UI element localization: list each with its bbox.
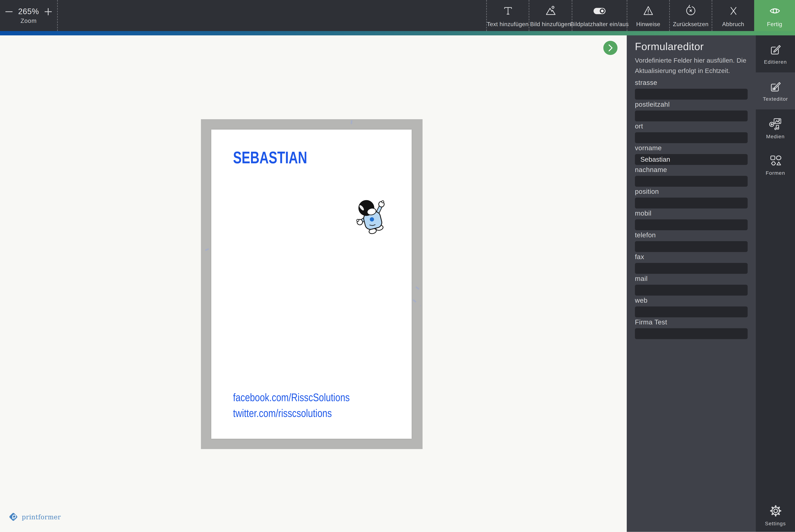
card-social-text[interactable]: facebook.com/RisscSolutions twitter.com/… xyxy=(233,390,350,421)
finish-button[interactable]: Fertig xyxy=(754,0,795,31)
panel-title: Formulareditor xyxy=(635,41,747,53)
form-field: mobil xyxy=(635,210,747,230)
close-icon xyxy=(727,4,739,17)
zoom-value: 265% xyxy=(18,7,39,16)
zoom-controls: 265% Zoom xyxy=(0,0,58,31)
field-label-strasse: strasse xyxy=(635,79,747,87)
image-placeholder-toggle-button[interactable]: Bildplatzhalter ein/aus xyxy=(572,0,627,31)
eye-icon xyxy=(768,4,781,17)
field-label-position: position xyxy=(635,188,747,196)
reset-button[interactable]: Zurücksetzen xyxy=(669,0,712,31)
form-field: web xyxy=(635,297,747,317)
form-field: strasse xyxy=(635,79,747,100)
form-field: ort xyxy=(635,122,747,143)
form-field: postleitzahl xyxy=(635,101,747,121)
edit-icon xyxy=(769,43,782,56)
field-input-postleitzahl[interactable] xyxy=(635,111,747,121)
form-field: mail xyxy=(635,275,747,296)
card-name-text[interactable]: SEBASTIAN xyxy=(233,148,307,168)
shapes-icon xyxy=(769,154,782,167)
form-field: Firma Test xyxy=(635,319,747,339)
printformer-logo-icon xyxy=(9,512,18,521)
hints-button[interactable]: Hinweise xyxy=(627,0,669,31)
print-editor-app: 265% Zoom Text hinzufügen xyxy=(0,0,795,532)
plus-icon xyxy=(44,7,52,16)
mode-sidebar: Editieren Texteditor xyxy=(756,35,795,532)
printformer-logo: printformer xyxy=(9,512,61,521)
sidebar-item-texteditor[interactable]: Texteditor xyxy=(756,72,795,109)
add-image-button[interactable]: Bild hinzufügen xyxy=(529,0,572,31)
field-label-firma-test: Firma Test xyxy=(635,319,747,327)
top-toolbar: 265% Zoom Text hinzufügen xyxy=(0,0,795,31)
form-field: telefon xyxy=(635,231,747,252)
sidebar-item-formen[interactable]: Formen xyxy=(756,147,795,184)
image-add-icon xyxy=(544,4,557,17)
field-input-mail[interactable] xyxy=(635,285,747,296)
business-card[interactable]: SEBASTIAN facebook.com/RisscSolutions tw… xyxy=(211,130,412,439)
card-bleed-area: SEBASTIAN facebook.com/RisscSolutions tw… xyxy=(201,119,422,449)
field-label-vorname: vorname xyxy=(635,144,747,152)
accent-gradient-bar xyxy=(0,31,795,35)
zoom-label: Zoom xyxy=(20,17,37,24)
minus-icon xyxy=(5,7,13,16)
sidebar-item-settings[interactable]: Settings xyxy=(756,498,795,532)
next-step-button[interactable] xyxy=(603,41,618,55)
abort-button[interactable]: Abbruch xyxy=(712,0,754,31)
field-input-ort[interactable] xyxy=(635,132,747,143)
toggle-on-icon xyxy=(592,4,607,17)
text-editor-icon xyxy=(769,80,782,93)
form-editor-panel: Formulareditor Vordefinierte Felder hier… xyxy=(627,35,756,532)
field-input-fax[interactable] xyxy=(635,263,747,274)
field-label-web: web xyxy=(635,297,747,305)
field-input-telefon[interactable] xyxy=(635,241,747,252)
form-fields: strasse postleitzahl ort vorname nachnam… xyxy=(635,79,747,339)
field-input-nachname[interactable] xyxy=(635,176,747,187)
sidebar-item-editieren[interactable]: Editieren xyxy=(756,35,795,72)
toolbar-spacer xyxy=(58,0,486,31)
field-label-telefon: telefon xyxy=(635,231,747,240)
zoom-in-button[interactable] xyxy=(44,7,52,16)
add-text-button[interactable]: Text hinzufügen xyxy=(486,0,529,31)
form-field: nachname xyxy=(635,166,747,187)
field-input-strasse[interactable] xyxy=(635,89,747,100)
astronaut-illustration[interactable] xyxy=(355,199,389,236)
field-label-nachname: nachname xyxy=(635,166,747,174)
reset-icon xyxy=(684,4,697,17)
gear-icon xyxy=(769,504,782,518)
field-label-fax: fax xyxy=(635,253,747,261)
media-icon xyxy=(768,117,782,131)
field-input-firma-test[interactable] xyxy=(635,328,747,339)
card-facebook-line: facebook.com/RisscSolutions xyxy=(233,390,350,405)
field-input-vorname[interactable] xyxy=(635,154,747,165)
sidebar-item-medien[interactable]: Medien xyxy=(756,109,795,147)
zoom-out-button[interactable] xyxy=(5,7,13,16)
text-add-icon xyxy=(502,4,514,17)
card-twitter-line: twitter.com/risscsolutions xyxy=(233,405,350,421)
chevron-right-icon xyxy=(607,44,614,52)
field-input-position[interactable] xyxy=(635,197,747,208)
field-input-web[interactable] xyxy=(635,306,747,317)
panel-subtitle: Vordefinierte Felder hier ausfüllen. Die… xyxy=(635,56,747,76)
field-label-mobil: mobil xyxy=(635,210,747,218)
field-input-mobil[interactable] xyxy=(635,220,747,230)
field-label-mail: mail xyxy=(635,275,747,283)
field-label-postleitzahl: postleitzahl xyxy=(635,101,747,109)
form-field: vorname xyxy=(635,144,747,165)
warning-icon xyxy=(642,4,655,17)
design-canvas[interactable]: SEBASTIAN facebook.com/RisscSolutions tw… xyxy=(0,35,627,532)
field-label-ort: ort xyxy=(635,122,747,131)
printformer-logo-text: printformer xyxy=(22,513,61,521)
form-field: position xyxy=(635,188,747,208)
form-field: fax xyxy=(635,253,747,274)
